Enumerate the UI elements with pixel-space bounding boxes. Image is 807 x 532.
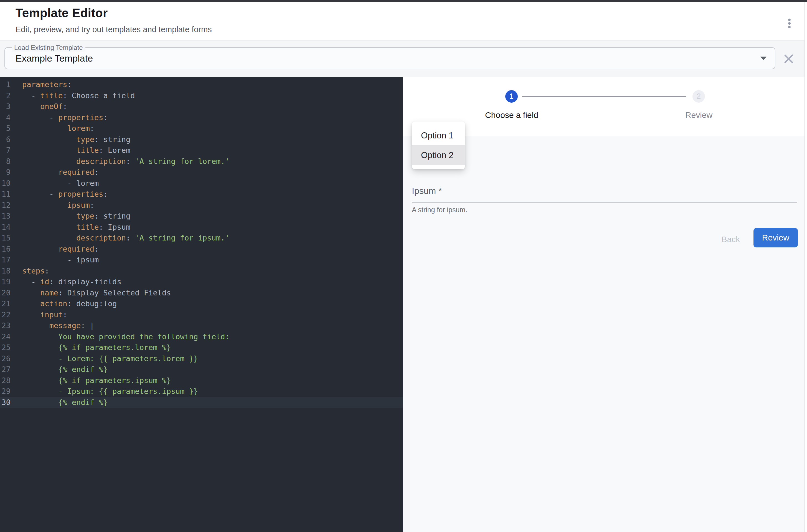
line-number: 25 — [0, 342, 11, 353]
line-number: 10 — [0, 178, 11, 189]
editor-line[interactable]: 9 required: — [0, 167, 403, 178]
line-code: parameters: — [11, 79, 72, 90]
line-number: 7 — [0, 145, 11, 156]
editor-line[interactable]: 22 input: — [0, 309, 403, 320]
line-code: title: Lorem — [11, 145, 130, 156]
editor-line[interactable]: 6 type: string — [0, 134, 403, 145]
line-number: 28 — [0, 375, 11, 386]
ipsum-helper-text: A string for ipsum. — [412, 206, 467, 214]
editor-line[interactable]: 26 - Lorem: {{ parameters.lorem }} — [0, 353, 403, 364]
kebab-menu-icon[interactable] — [783, 15, 795, 32]
step-circle-1: 1 — [505, 90, 518, 102]
editor-line[interactable]: 29 - Ipsum: {{ parameters.ipsum }} — [0, 386, 403, 397]
editor-line[interactable]: 30 {% endif %} — [0, 397, 403, 408]
editor-line[interactable]: 11 - properties: — [0, 189, 403, 200]
step-label-1: Choose a field — [470, 110, 553, 120]
caret-down-icon — [761, 57, 767, 60]
template-form-preview: 1Choose a field2Review Option 1Option 2 … — [403, 77, 807, 532]
ipsum-input[interactable]: Ipsum * — [412, 186, 797, 202]
line-number: 23 — [0, 320, 11, 331]
editor-line[interactable]: 13 type: string — [0, 210, 403, 222]
line-code: name: Display Selected Fields — [11, 287, 171, 299]
line-number: 8 — [0, 156, 11, 167]
editor-line[interactable]: 21 action: debug:log — [0, 298, 403, 309]
editor-line[interactable]: 4 - properties: — [0, 112, 403, 123]
line-code: type: string — [11, 210, 130, 222]
line-number: 1 — [0, 79, 11, 90]
line-code: You have provided the following field: — [11, 331, 230, 342]
line-code: title: Ipsum — [11, 222, 130, 233]
page-title: Template Editor — [16, 6, 108, 20]
template-editor-page: Template Editor Edit, preview, and try o… — [0, 0, 807, 532]
editor-line[interactable]: 24 You have provided the following field… — [0, 331, 403, 342]
menu-option[interactable]: Option 1 — [412, 126, 465, 145]
line-code: {% if parameters.lorem %} — [11, 342, 171, 353]
editor-line[interactable]: 1parameters: — [0, 79, 403, 90]
load-template-select[interactable]: Load Existing Template Example Template — [4, 47, 775, 69]
line-code: - ipsum — [11, 254, 99, 265]
editor-line[interactable]: 15 description: 'A string for ipsum.' — [0, 232, 403, 244]
editor-line[interactable]: 25 {% if parameters.lorem %} — [0, 342, 403, 353]
ipsum-input-underline — [412, 202, 797, 203]
line-code: - lorem — [11, 178, 99, 189]
line-number: 2 — [0, 90, 11, 101]
editor-line[interactable]: 8 description: 'A string for lorem.' — [0, 156, 403, 167]
editor-line[interactable]: 5 lorem: — [0, 123, 403, 134]
line-code: lorem: — [11, 123, 94, 134]
line-number: 9 — [0, 167, 11, 178]
editor-line[interactable]: 19 - id: display-fields — [0, 276, 403, 287]
editor-line[interactable]: 12 ipsum: — [0, 200, 403, 211]
menu-option[interactable]: Option 2 — [412, 145, 465, 165]
line-code: - id: display-fields — [11, 276, 121, 287]
line-number: 30 — [0, 397, 11, 408]
step-circle-2: 2 — [692, 90, 705, 102]
line-number: 5 — [0, 123, 11, 134]
line-code: type: string — [11, 134, 130, 145]
editor-line[interactable]: 10 - lorem — [0, 178, 403, 189]
load-template-value: Example Template — [16, 48, 93, 69]
line-number: 22 — [0, 309, 11, 320]
editor-line[interactable]: 27 {% endif %} — [0, 364, 403, 375]
editor-line[interactable]: 7 title: Lorem — [0, 145, 403, 156]
editor-line[interactable]: 3 oneOf: — [0, 101, 403, 112]
main-split: 1parameters:2 - title: Choose a field3 o… — [0, 77, 807, 532]
line-code: oneOf: — [11, 101, 68, 112]
back-button[interactable]: Back — [711, 233, 750, 246]
line-code: required: — [11, 244, 99, 254]
editor-line[interactable]: 18steps: — [0, 265, 403, 277]
line-number: 26 — [0, 353, 11, 364]
line-number: 3 — [0, 101, 11, 112]
editor-line[interactable]: 14 title: Ipsum — [0, 222, 403, 233]
editor-line[interactable]: 28 {% if parameters.ipsum %} — [0, 375, 403, 386]
stepper-connector — [522, 96, 686, 97]
line-code: description: 'A string for lorem.' — [11, 156, 230, 167]
line-number: 15 — [0, 232, 11, 244]
step-label-2: Review — [657, 110, 741, 120]
line-number: 20 — [0, 287, 11, 299]
line-code: {% endif %} — [11, 397, 108, 408]
line-number: 13 — [0, 210, 11, 222]
review-button[interactable]: Review — [753, 228, 798, 247]
editor-line[interactable]: 17 - ipsum — [0, 254, 403, 265]
line-code: - properties: — [11, 189, 108, 200]
line-code: - Ipsum: {{ parameters.ipsum }} — [11, 386, 198, 397]
line-code: action: debug:log — [11, 298, 117, 309]
line-code: description: 'A string for ipsum.' — [11, 232, 230, 244]
page-subtitle: Edit, preview, and try out templates and… — [16, 25, 212, 34]
line-number: 11 — [0, 189, 11, 200]
line-number: 4 — [0, 112, 11, 123]
close-icon[interactable] — [782, 52, 796, 66]
line-code: - title: Choose a field — [11, 90, 135, 101]
page-header: Template Editor Edit, preview, and try o… — [0, 2, 807, 40]
editor-line[interactable]: 20 name: Display Selected Fields — [0, 287, 403, 299]
line-code: steps: — [11, 265, 50, 277]
page-scrollbar-track[interactable] — [805, 2, 807, 532]
line-code: input: — [11, 309, 68, 320]
editor-line[interactable]: 16 required: — [0, 244, 403, 254]
editor-line[interactable]: 23 message: | — [0, 320, 403, 331]
line-number: 17 — [0, 254, 11, 265]
line-code: message: | — [11, 320, 94, 331]
yaml-code-editor[interactable]: 1parameters:2 - title: Choose a field3 o… — [0, 77, 403, 532]
line-code: {% endif %} — [11, 364, 108, 375]
editor-line[interactable]: 2 - title: Choose a field — [0, 90, 403, 101]
